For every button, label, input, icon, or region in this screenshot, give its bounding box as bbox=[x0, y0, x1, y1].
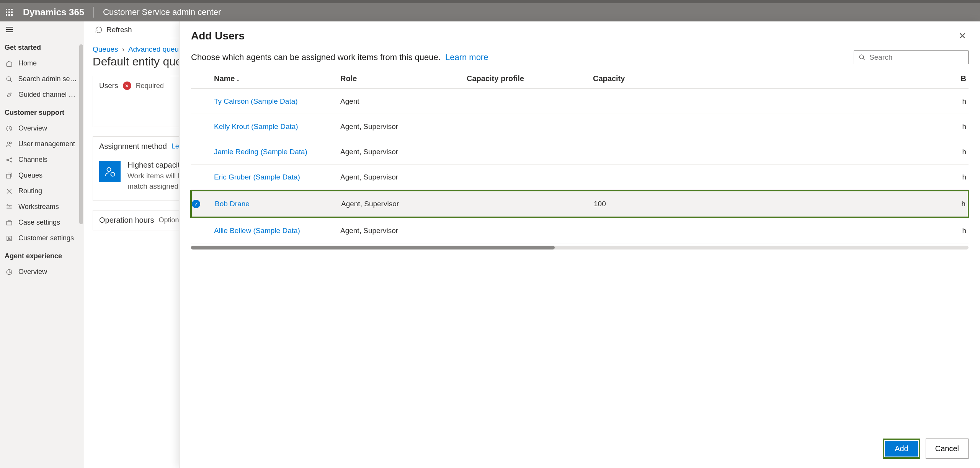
user-b: h bbox=[719, 97, 969, 106]
capacity-icon bbox=[99, 161, 121, 182]
col-role[interactable]: Role bbox=[340, 74, 467, 83]
chevron-right-icon: › bbox=[122, 45, 124, 54]
panel-learn-more[interactable]: Learn more bbox=[445, 52, 488, 62]
user-name-link[interactable]: Kelly Krout (Sample Data) bbox=[214, 122, 298, 130]
user-role: Agent bbox=[340, 97, 467, 106]
table-row[interactable]: Eric Gruber (Sample Data) Agent, Supervi… bbox=[191, 165, 969, 190]
panel-subtitle: Choose which agents can be assigned work… bbox=[191, 52, 488, 62]
checkmark-icon: ✓ bbox=[192, 200, 200, 208]
assignment-title: Assignment method bbox=[99, 142, 167, 151]
svg-point-16 bbox=[107, 168, 111, 171]
user-role: Agent, Supervisor bbox=[340, 227, 467, 235]
app-launcher-icon[interactable] bbox=[0, 3, 18, 21]
table-row[interactable]: Allie Bellew (Sample Data) Agent, Superv… bbox=[191, 218, 969, 243]
sidebar-item-search-admin[interactable]: Search admin sett... bbox=[0, 71, 83, 87]
user-name-link[interactable]: Allie Bellew (Sample Data) bbox=[214, 227, 300, 235]
sidebar-item-case-settings[interactable]: Case settings bbox=[0, 215, 83, 230]
svg-point-2 bbox=[10, 93, 10, 94]
horizontal-scrollbar[interactable] bbox=[191, 246, 969, 249]
overview-icon bbox=[5, 125, 13, 132]
user-capacity: 100 bbox=[594, 200, 720, 208]
user-name-link[interactable]: Bob Drane bbox=[215, 200, 250, 208]
refresh-button[interactable]: Refresh bbox=[91, 23, 136, 36]
table-row[interactable]: Jamie Reding (Sample Data) Agent, Superv… bbox=[191, 139, 969, 165]
search-icon bbox=[859, 54, 866, 61]
channels-icon bbox=[5, 156, 13, 164]
routing-icon bbox=[5, 188, 13, 195]
sidebar: Get started Home Search admin sett... Gu… bbox=[0, 21, 83, 468]
breadcrumb-advanced[interactable]: Advanced queues bbox=[128, 45, 186, 54]
rocket-icon bbox=[5, 91, 13, 99]
svg-point-0 bbox=[7, 77, 11, 81]
sidebar-item-workstreams[interactable]: Workstreams bbox=[0, 199, 83, 215]
table-header: Name↓ Role Capacity profile Capacity B bbox=[191, 70, 969, 89]
col-capacity[interactable]: Capacity bbox=[593, 74, 719, 83]
user-role: Agent, Supervisor bbox=[340, 173, 467, 181]
customer-icon bbox=[5, 235, 13, 242]
main-content: Refresh Queues › Advanced queues Default… bbox=[83, 21, 980, 468]
close-icon[interactable]: ✕ bbox=[956, 28, 969, 44]
users-card-title: Users bbox=[99, 82, 118, 90]
sidebar-item-channels[interactable]: Channels bbox=[0, 152, 83, 168]
col-b[interactable]: B bbox=[719, 74, 969, 83]
add-users-panel: Add Users ✕ Choose which agents can be a… bbox=[179, 21, 980, 468]
sidebar-item-routing[interactable]: Routing bbox=[0, 183, 83, 199]
cancel-button[interactable]: Cancel bbox=[926, 439, 969, 459]
sidebar-section-agent-experience: Agent experience bbox=[0, 246, 83, 264]
refresh-icon bbox=[95, 26, 103, 34]
svg-line-10 bbox=[8, 160, 11, 161]
table-row[interactable]: Kelly Krout (Sample Data) Agent, Supervi… bbox=[191, 114, 969, 139]
user-name-link[interactable]: Jamie Reding (Sample Data) bbox=[214, 148, 307, 156]
user-role: Agent, Supervisor bbox=[340, 148, 467, 156]
panel-title: Add Users bbox=[191, 30, 245, 42]
hamburger-icon[interactable] bbox=[0, 21, 83, 38]
svg-line-1 bbox=[10, 80, 12, 82]
search-input[interactable] bbox=[869, 53, 964, 62]
sidebar-item-overview2[interactable]: Overview bbox=[0, 264, 83, 280]
case-icon bbox=[5, 219, 13, 227]
user-name-link[interactable]: Eric Gruber (Sample Data) bbox=[214, 173, 300, 181]
sidebar-item-overview[interactable]: Overview bbox=[0, 121, 83, 136]
sidebar-item-customer-settings[interactable]: Customer settings bbox=[0, 230, 83, 246]
svg-rect-11 bbox=[7, 174, 11, 178]
users-icon bbox=[5, 140, 13, 148]
svg-point-4 bbox=[7, 142, 10, 144]
brand-name: Dynamics 365 bbox=[18, 7, 94, 18]
col-name[interactable]: Name↓ bbox=[214, 74, 340, 83]
sidebar-item-queues[interactable]: Queues bbox=[0, 168, 83, 183]
add-button-highlight: Add bbox=[883, 439, 920, 459]
overview-icon bbox=[5, 268, 13, 276]
user-name-link[interactable]: Ty Calrson (Sample Data) bbox=[214, 97, 298, 105]
table-row[interactable]: Ty Calrson (Sample Data) Agent h bbox=[191, 89, 969, 114]
sidebar-scrollbar[interactable] bbox=[79, 44, 83, 224]
home-icon bbox=[5, 60, 13, 67]
user-role: Agent, Supervisor bbox=[340, 122, 467, 131]
user-b: h bbox=[719, 173, 969, 181]
svg-point-17 bbox=[111, 173, 115, 176]
svg-rect-12 bbox=[7, 221, 12, 225]
svg-point-5 bbox=[10, 142, 12, 144]
title-bar: Dynamics 365 Customer Service admin cent… bbox=[0, 3, 980, 21]
user-b: h bbox=[720, 200, 968, 208]
sidebar-item-home[interactable]: Home bbox=[0, 55, 83, 71]
table-row[interactable]: ✓ Bob Drane Agent, Supervisor 100 h bbox=[192, 191, 968, 217]
sidebar-item-user-mgmt[interactable]: User management bbox=[0, 136, 83, 152]
sidebar-item-guided[interactable]: Guided channel s... bbox=[0, 87, 83, 103]
breadcrumb-queues[interactable]: Queues bbox=[93, 45, 118, 54]
required-text: Required bbox=[136, 82, 164, 90]
sidebar-section-get-started: Get started bbox=[0, 38, 83, 55]
queue-icon bbox=[5, 172, 13, 179]
required-badge-icon: ✕ bbox=[123, 82, 131, 90]
svg-point-7 bbox=[11, 158, 12, 159]
svg-point-6 bbox=[7, 159, 8, 160]
svg-point-14 bbox=[8, 237, 10, 239]
svg-line-9 bbox=[8, 158, 11, 160]
op-hours-title: Operation hours bbox=[99, 216, 154, 225]
method-title: Highest capacity bbox=[127, 161, 184, 170]
app-subtitle: Customer Service admin center bbox=[94, 7, 221, 17]
col-capacity-profile[interactable]: Capacity profile bbox=[467, 74, 593, 83]
svg-line-19 bbox=[863, 58, 865, 60]
search-box[interactable] bbox=[854, 51, 969, 64]
add-button[interactable]: Add bbox=[885, 441, 918, 457]
sort-down-icon: ↓ bbox=[236, 76, 239, 82]
